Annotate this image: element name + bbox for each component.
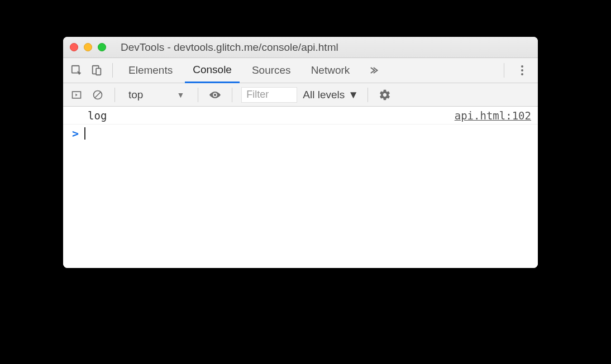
log-message: log [88, 109, 455, 122]
divider [114, 88, 115, 102]
log-levels-selector[interactable]: All levels ▼ [303, 89, 359, 101]
console-settings-icon[interactable] [377, 87, 393, 103]
divider [198, 88, 198, 102]
window-controls [70, 43, 106, 51]
console-output: log api.html:102 > [63, 107, 538, 268]
live-expression-icon[interactable] [207, 87, 223, 103]
context-selector[interactable]: top ▼ [124, 88, 189, 102]
main-tabbar: Elements Console Sources Network [63, 58, 538, 83]
clear-console-icon[interactable] [90, 87, 106, 103]
svg-line-8 [95, 92, 101, 98]
tab-sources[interactable]: Sources [244, 58, 299, 83]
window-title: DevTools - devtools.glitch.me/console/ap… [117, 41, 531, 54]
context-label: top [128, 89, 143, 101]
console-prompt[interactable]: > [63, 124, 538, 142]
divider [112, 63, 113, 78]
minimize-window-button[interactable] [84, 43, 92, 51]
more-tabs-button[interactable] [362, 65, 384, 76]
devtools-menu-button[interactable] [512, 64, 532, 76]
toggle-sidebar-icon[interactable] [69, 87, 84, 103]
log-entry: log api.html:102 [63, 107, 538, 124]
divider [232, 88, 232, 102]
titlebar: DevTools - devtools.glitch.me/console/ap… [63, 37, 538, 58]
divider [504, 63, 504, 78]
chevron-down-icon: ▼ [176, 90, 184, 99]
console-toolbar: top ▼ All levels ▼ [63, 83, 538, 107]
maximize-window-button[interactable] [98, 43, 106, 51]
svg-point-4 [521, 69, 523, 71]
devtools-window: DevTools - devtools.glitch.me/console/ap… [63, 37, 538, 268]
inspect-element-icon[interactable] [69, 63, 84, 78]
filter-input[interactable] [241, 87, 297, 103]
svg-rect-2 [96, 68, 101, 75]
log-source-link[interactable]: api.html:102 [455, 109, 531, 122]
tab-elements[interactable]: Elements [121, 58, 180, 83]
svg-point-3 [521, 65, 523, 68]
svg-point-9 [214, 93, 216, 95]
chevron-down-icon: ▼ [348, 89, 359, 101]
divider [367, 88, 368, 102]
close-window-button[interactable] [70, 43, 78, 51]
tab-console[interactable]: Console [185, 59, 240, 83]
tab-network[interactable]: Network [303, 58, 358, 83]
levels-label: All levels [303, 89, 345, 101]
text-cursor [84, 127, 85, 140]
device-toolbar-icon[interactable] [89, 63, 104, 78]
svg-point-5 [521, 73, 523, 75]
prompt-caret-icon: > [72, 127, 79, 140]
